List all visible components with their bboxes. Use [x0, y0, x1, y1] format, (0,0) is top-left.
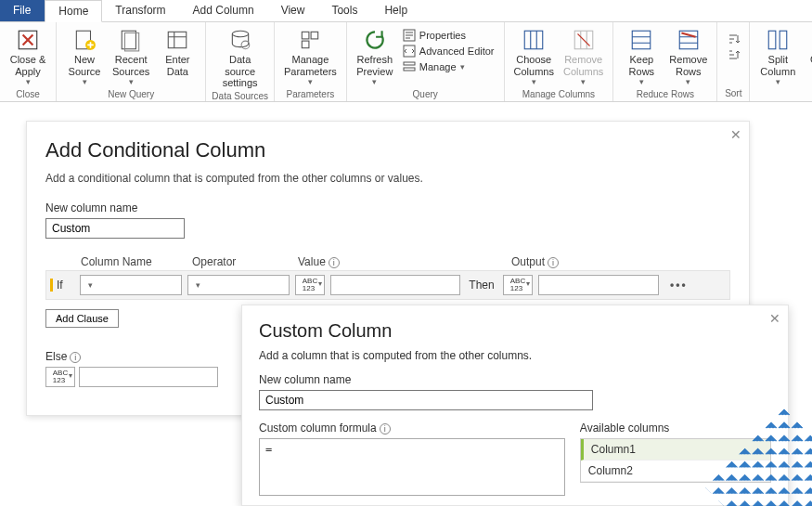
advanced-editor-icon: [403, 45, 416, 58]
tab-view[interactable]: View: [268, 0, 319, 21]
new-source-label: New Source: [69, 54, 101, 77]
group-sort-label: Sort: [725, 86, 741, 101]
remove-rows-icon: [677, 28, 701, 52]
manage-label: Manage: [419, 61, 457, 72]
manage-parameters-label: Manage Parameters: [284, 54, 337, 77]
row-more-button[interactable]: •••: [664, 279, 693, 292]
close-apply-button[interactable]: Close & Apply: [6, 24, 50, 87]
new-column-name-input[interactable]: [45, 218, 185, 239]
enter-data-button[interactable]: Enter Data: [155, 24, 200, 77]
split-column-button[interactable]: Split Column: [755, 24, 800, 87]
condition-row: If ABC 123 Then ABC 123 •••: [45, 270, 730, 300]
properties-button[interactable]: Properties: [399, 28, 498, 43]
ribbon: Close & Apply Close New Source Recent So…: [0, 22, 812, 102]
info-icon[interactable]: i: [380, 423, 391, 435]
refresh-preview-label: Refresh Preview: [356, 54, 393, 77]
tab-help[interactable]: Help: [371, 0, 421, 21]
if-label: If: [50, 279, 74, 292]
split-column-label: Split Column: [760, 54, 795, 77]
svg-rect-10: [303, 41, 310, 48]
info-icon[interactable]: i: [70, 352, 81, 363]
svg-rect-12: [404, 45, 415, 57]
group-query-label: Query: [413, 87, 438, 102]
manage-parameters-icon: [298, 28, 322, 52]
manage-parameters-button[interactable]: Manage Parameters: [280, 24, 341, 87]
svg-rect-3: [122, 31, 135, 49]
choose-columns-icon: [522, 28, 546, 52]
keep-rows-icon: [629, 28, 653, 52]
svg-rect-5: [169, 32, 187, 47]
svg-rect-15: [524, 31, 543, 49]
dialog-title: Add Conditional Column: [45, 138, 730, 162]
tab-transform[interactable]: Transform: [102, 0, 179, 21]
available-columns-label: Available columns: [580, 422, 771, 435]
hdr-operator: Operator: [188, 255, 294, 268]
properties-label: Properties: [419, 30, 466, 41]
hdr-value: Value: [298, 255, 326, 268]
ribbon-tabs: File Home Transform Add Column View Tool…: [0, 0, 812, 22]
close-apply-icon: [16, 28, 40, 52]
remove-rows-button[interactable]: Remove Rows: [665, 24, 711, 87]
advanced-editor-button[interactable]: Advanced Editor: [399, 44, 498, 58]
tab-add-column[interactable]: Add Column: [180, 0, 268, 21]
info-icon[interactable]: i: [329, 257, 340, 268]
svg-rect-8: [303, 32, 310, 39]
group-by-button[interactable]: Group By: [802, 24, 812, 77]
dialog2-subtitle: Add a column that is computed from the o…: [259, 349, 771, 362]
tab-tools[interactable]: Tools: [318, 0, 371, 21]
advanced-editor-label: Advanced Editor: [419, 45, 495, 57]
value-type-dropdown[interactable]: ABC 123: [295, 275, 325, 295]
group-new-query-label: New Query: [108, 87, 154, 102]
data-source-settings-icon: [228, 28, 252, 52]
new-column-name-label: New column name: [45, 201, 730, 214]
output-input[interactable]: [538, 275, 659, 295]
close-icon[interactable]: ✕: [769, 311, 780, 326]
add-clause-button[interactable]: Add Clause: [45, 309, 119, 328]
else-type-dropdown[interactable]: ABC 123: [45, 367, 75, 387]
sort-asc-icon: [727, 32, 740, 45]
svg-rect-4: [125, 32, 139, 50]
recent-sources-button[interactable]: Recent Sources: [109, 24, 153, 87]
operator-dropdown[interactable]: [187, 275, 290, 295]
recent-sources-icon: [119, 28, 143, 52]
hdr-output: Output: [511, 255, 545, 268]
group-close-label: Close: [16, 87, 40, 102]
then-label: Then: [466, 279, 497, 292]
dialog2-title: Custom Column: [259, 320, 771, 342]
manage-button[interactable]: Manage: [399, 59, 498, 74]
new-source-button[interactable]: New Source: [62, 24, 107, 87]
tab-home[interactable]: Home: [45, 0, 102, 22]
remove-columns-button[interactable]: Remove Columns: [560, 24, 607, 87]
remove-columns-label: Remove Columns: [563, 54, 603, 77]
hdr-column-name: Column Name: [77, 255, 188, 268]
info-icon[interactable]: i: [548, 257, 559, 268]
group-data-sources-label: Data Sources: [212, 89, 268, 104]
new-column-name-input-2[interactable]: [259, 390, 593, 410]
keep-rows-label: Keep Rows: [629, 54, 655, 77]
refresh-preview-button[interactable]: Refresh Preview: [353, 24, 397, 87]
sort-desc-button[interactable]: [723, 47, 743, 62]
tab-file[interactable]: File: [0, 0, 45, 21]
remove-rows-label: Remove Rows: [669, 54, 707, 77]
svg-rect-9: [311, 32, 318, 39]
choose-columns-button[interactable]: Choose Columns: [510, 24, 558, 87]
svg-rect-19: [769, 31, 777, 49]
group-manage-columns-label: Manage Columns: [522, 87, 595, 102]
enter-data-label: Enter Data: [165, 54, 189, 77]
new-source-icon: [72, 28, 97, 52]
svg-rect-14: [404, 68, 415, 71]
close-icon[interactable]: ✕: [730, 127, 741, 142]
recent-sources-label: Recent Sources: [112, 54, 149, 77]
svg-rect-17: [633, 31, 651, 49]
value-input[interactable]: [330, 275, 460, 295]
output-type-dropdown[interactable]: ABC 123: [503, 275, 533, 295]
column-name-dropdown[interactable]: [80, 275, 182, 295]
else-input[interactable]: [79, 367, 218, 387]
sort-desc-icon: [727, 48, 740, 61]
keep-rows-button[interactable]: Keep Rows: [619, 24, 664, 87]
formula-input[interactable]: =: [259, 438, 565, 496]
dialog-subtitle: Add a conditional column that is compute…: [45, 172, 730, 185]
svg-point-6: [232, 31, 248, 37]
data-source-settings-button[interactable]: Data source settings: [212, 24, 268, 89]
sort-asc-button[interactable]: [723, 32, 743, 46]
